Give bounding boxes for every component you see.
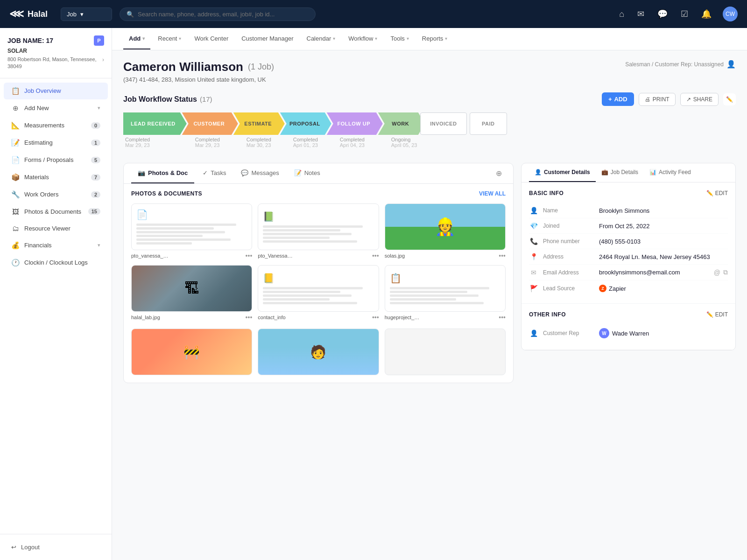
sidebar-item-materials[interactable]: 📦 Materials 7 — [4, 169, 108, 186]
other-info-edit-button[interactable]: ✏️ EDIT — [706, 311, 728, 318]
logout-button[interactable]: ↩ Logout — [7, 540, 104, 554]
photo-thumb[interactable]: 📗 — [258, 203, 379, 250]
step-lead-received[interactable]: LEAD RECEIVED Completed Mar 29, 23 — [123, 112, 187, 148]
customer-details-icon: 👤 — [535, 169, 542, 175]
search-input[interactable] — [138, 11, 309, 18]
mail-icon[interactable]: ✉ — [635, 7, 646, 21]
info-row-email: ✉ Email Address brooklynsimmons@email.co… — [529, 265, 728, 280]
sidebar-item-job-overview[interactable]: 📋 Job Overview — [4, 83, 108, 99]
sidebar-item-financials[interactable]: 💰 Financials ▾ — [4, 237, 108, 254]
photo-more-button[interactable]: ••• — [499, 314, 506, 321]
message-icon[interactable]: 💬 — [655, 7, 669, 21]
workflow-add-button[interactable]: + ADD — [602, 92, 634, 106]
add-tab-button[interactable]: ⊕ — [492, 163, 506, 183]
workflow-title: Job Workflow Status — [123, 95, 197, 104]
sidebar-item-forms-proposals[interactable]: 📄 Forms / Proposals 5 — [4, 152, 108, 168]
photo-item: 👷 solas.jpg ••• — [385, 203, 506, 259]
step-estimate[interactable]: ESTIMATE Completed Mar 30, 23 — [238, 112, 285, 148]
sidebar-item-clockin-logs[interactable]: 🕐 Clockin / Clockout Logs — [4, 254, 108, 271]
tab-customer-details[interactable]: 👤 Customer Details — [529, 163, 596, 182]
materials-icon: 📦 — [11, 173, 20, 182]
basic-info-edit-button[interactable]: ✏️ EDIT — [706, 190, 728, 196]
sidebar-item-label: Clockin / Clockout Logs — [24, 259, 100, 266]
user-avatar[interactable]: CW — [723, 7, 738, 21]
step-invoiced[interactable]: INVOICED — [425, 112, 467, 148]
tab-messages[interactable]: 💬 Messages — [234, 163, 285, 183]
edit-workflow-button[interactable]: ✏️ — [723, 93, 736, 105]
step-proposal[interactable]: PROPOSAL Completed Apri 01, 23 — [285, 112, 331, 148]
step-paid[interactable]: PAID — [467, 112, 507, 148]
photo-thumb[interactable]: 📋 — [385, 265, 506, 312]
print-button[interactable]: 🖨 PRINT — [639, 93, 676, 106]
photo-label: pto_Vanessa_j... — [258, 253, 295, 259]
sidebar-item-label: Job Overview — [24, 87, 100, 94]
photo-thumb[interactable]: 📒 — [258, 265, 379, 312]
email-copy-button[interactable]: ⧉ — [723, 268, 728, 276]
avatar-initials: CW — [726, 11, 735, 17]
tab-job-details[interactable]: 💼 Job Details — [596, 163, 644, 182]
joined-label: Joined — [543, 223, 594, 229]
photo-item: 📗 pto_Vanessa_j... — [258, 203, 379, 259]
photo-more-button[interactable]: ••• — [372, 252, 379, 259]
photo-more-button[interactable]: ••• — [246, 314, 253, 321]
sec-nav-customer-manager[interactable]: Customer Manager — [236, 28, 299, 49]
photo-thumb[interactable]: 🧑 — [258, 329, 379, 375]
sidebar-item-resource-viewer[interactable]: 🗂 Resource Viewer — [4, 220, 108, 237]
sec-nav-work-center[interactable]: Work Center — [189, 28, 234, 49]
zapier-logo: Z Zapier — [599, 285, 626, 292]
step-work[interactable]: WORK Ongoing April 05, 23 — [383, 112, 425, 148]
bell-icon[interactable]: 🔔 — [699, 7, 713, 21]
right-panel: 👤 Customer Details 💼 Job Details 📊 Activ… — [521, 163, 736, 383]
tab-activity-feed[interactable]: 📊 Activity Feed — [644, 163, 697, 182]
email-at-button[interactable]: @ — [714, 269, 720, 276]
zapier-icon: Z — [599, 285, 606, 292]
sec-nav-add[interactable]: Add ▾ — [123, 28, 150, 49]
phone-value: (480) 555-0103 — [599, 238, 728, 245]
sidebar: JOB NAME: 17 P SOLAR 800 Robertson Rd, M… — [0, 28, 112, 560]
work-orders-badge: 2 — [91, 191, 100, 198]
address-chevron[interactable]: › — [102, 56, 104, 64]
step-follow-up[interactable]: FOLLOW UP Completed Apri 04, 23 — [331, 112, 383, 148]
resource-viewer-icon: 🗂 — [11, 224, 20, 232]
photo-more-button[interactable]: ••• — [499, 252, 506, 259]
sec-nav-workflow[interactable]: Workflow ▾ — [343, 28, 383, 49]
view-all-button[interactable]: VIEW ALL — [479, 190, 506, 197]
tab-photos-doc[interactable]: 📷 Photos & Doc — [131, 163, 194, 183]
customer-rep-value: Wade Warren — [612, 330, 728, 337]
address-value: 2464 Royal Ln. Mesa, New Jersey 45463 — [599, 253, 728, 260]
sidebar-item-work-orders[interactable]: 🔧 Work Orders 2 — [4, 186, 108, 203]
share-icon: ↗ — [686, 96, 691, 103]
sec-nav-tools[interactable]: Tools ▾ — [385, 28, 414, 49]
sidebar-item-add-new[interactable]: ⊕ Add New ▾ — [4, 100, 108, 117]
sec-nav-reports[interactable]: Reports ▾ — [416, 28, 453, 49]
messages-icon: 💬 — [241, 169, 248, 176]
work-orders-icon: 🔧 — [11, 190, 20, 199]
photo-more-button[interactable]: ••• — [246, 252, 253, 259]
step-date: Mar 29, 23 — [125, 142, 150, 148]
sidebar-item-estimating[interactable]: 📝 Estimating 1 — [4, 134, 108, 151]
photo-thumb[interactable]: 🚧 — [131, 329, 252, 375]
step-label: ESTIMATE — [244, 121, 272, 126]
joined-icon: 💎 — [529, 222, 538, 230]
search-bar: 🔍 — [120, 7, 316, 21]
step-customer[interactable]: CUSTOMER Completed Mar 29, 23 — [187, 112, 238, 148]
sidebar-item-label: Financials — [24, 242, 93, 249]
customer-rep-avatar: W — [599, 328, 609, 338]
job-name-label: JOB NAME: 17 — [7, 37, 53, 44]
share-button[interactable]: ↗ SHARE — [680, 93, 719, 106]
sec-nav-recent[interactable]: Recent ▾ — [152, 28, 187, 49]
home-icon[interactable]: ⌂ — [617, 7, 626, 21]
checkbox-icon[interactable]: ☑ — [679, 7, 690, 21]
sidebar-item-measurements[interactable]: 📐 Measurements 0 — [4, 117, 108, 134]
sec-nav-calendar[interactable]: Calendar ▾ — [301, 28, 341, 49]
job-selector[interactable]: Job ▾ — [61, 7, 112, 21]
photo-thumb[interactable]: 📄 — [131, 203, 252, 250]
customer-details-card: 👤 Customer Details 💼 Job Details 📊 Activ… — [521, 163, 736, 350]
sidebar-item-photos-documents[interactable]: 🖼 Photos & Documents 15 — [4, 203, 108, 220]
photo-thumb[interactable]: 🏗 — [131, 265, 252, 312]
tab-notes[interactable]: 📝 Notes — [288, 163, 327, 183]
photo-more-button[interactable]: ••• — [372, 314, 379, 321]
basic-info-header: BASIC INFO ✏️ EDIT — [529, 190, 728, 196]
photo-thumb[interactable]: 👷 — [385, 203, 506, 250]
tab-tasks[interactable]: ✓ Tasks — [196, 163, 233, 183]
